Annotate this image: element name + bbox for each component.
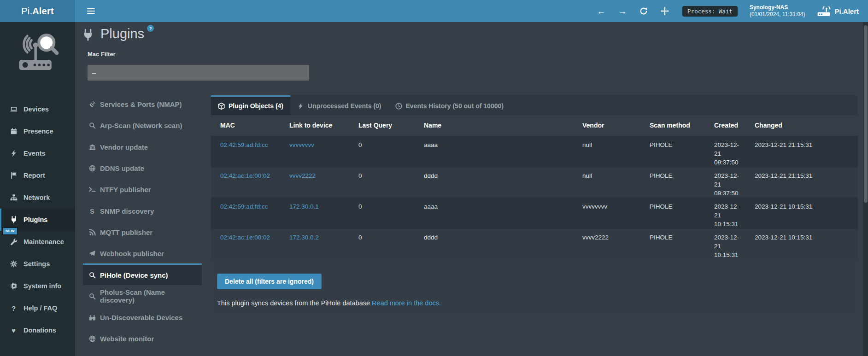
- flag-icon: [10, 172, 18, 179]
- cube-icon: [218, 103, 225, 110]
- sidebar-item-label: Network: [23, 194, 50, 201]
- mac-link[interactable]: 02:42:59:ad:fd:cc: [220, 141, 268, 148]
- sidebar-item-help-faq[interactable]: ? Help / FAQ: [0, 297, 75, 319]
- tab-plugin-objects[interactable]: Plugin Objects (4): [211, 95, 290, 115]
- created-cell: 2023-12-21 10:15:31: [705, 198, 745, 228]
- mac-link[interactable]: 02:42:ac:1e:00:02: [220, 234, 270, 241]
- changed-cell: 2023-12-21 21:15:31: [745, 167, 858, 198]
- help-badge[interactable]: ?: [147, 25, 154, 32]
- plugin-nav-item-nmap[interactable]: Services & Ports (NMAP): [83, 93, 202, 114]
- vendor-cell: null: [573, 136, 640, 167]
- sidebar-item-donations[interactable]: ♥ Donations: [0, 319, 75, 341]
- plugin-nav-label: MQTT publisher: [100, 228, 152, 236]
- delete-all-button[interactable]: Delete all (filters are ignored): [217, 274, 322, 289]
- vendor-cell: vvvv2222: [573, 228, 640, 259]
- plugin-nav-item-mqtt[interactable]: MQTT publisher: [83, 221, 202, 242]
- plugin-nav-item-undiscoverable[interactable]: Un-Discoverable Devices: [83, 306, 202, 327]
- scan-method-cell: PIHOLE: [640, 198, 705, 228]
- column-header-mac: MAC: [211, 115, 280, 136]
- sidebar-item-system-info[interactable]: System info: [0, 275, 75, 297]
- sitemap-icon: [10, 194, 18, 201]
- topbar-brand: Pi.Alert: [817, 6, 859, 17]
- column-header-created: Created: [705, 115, 745, 136]
- plugin-nav-item-arpscan[interactable]: Arp-Scan (Network scan): [83, 114, 202, 135]
- table-header-row: MAC Link to device Last Query Name Vendo…: [211, 115, 858, 136]
- mac-link[interactable]: 02:42:ac:1e:00:02: [220, 172, 270, 179]
- calendar-icon: [10, 128, 18, 135]
- topbar-right: ← → Process: Wait Synology-NAS (01/01/20…: [597, 4, 868, 18]
- device-link[interactable]: 172.30.0.1: [289, 203, 319, 210]
- plugin-nav-label: DDNS update: [100, 164, 144, 172]
- refresh-button[interactable]: [639, 6, 648, 16]
- plugin-nav-label: Services & Ports (NMAP): [100, 100, 182, 108]
- letter-s-icon: S: [88, 207, 96, 215]
- sidebar-item-label: Events: [23, 150, 46, 157]
- pialert-logo-icon: [12, 28, 63, 82]
- nav-forward-button[interactable]: →: [618, 6, 627, 16]
- plugin-panel: Plugin Objects (4) Unprocessed Events (0…: [211, 95, 858, 315]
- column-header-name: Name: [415, 115, 573, 136]
- page-scrollbar[interactable]: [863, 22, 868, 356]
- bank-icon: [88, 143, 96, 151]
- main-content: Plugins ? Mac Filter Services & Ports (N…: [75, 22, 868, 356]
- plugin-nav-item-pihole[interactable]: PiHole (Device sync): [83, 263, 202, 285]
- column-header-vendor: Vendor: [573, 115, 640, 136]
- sidebar-item-network[interactable]: Network: [0, 187, 75, 209]
- plugin-nav-item-snmp[interactable]: S SNMP discovery: [83, 199, 202, 221]
- scrollbar-thumb[interactable]: [864, 25, 868, 203]
- column-header-scan-method: Scan method: [640, 115, 705, 136]
- docs-link[interactable]: Read more in the docs.: [372, 299, 441, 307]
- plugin-nav-item-vendor-update[interactable]: Vendor update: [83, 136, 202, 157]
- device-link-cell: vvvv2222: [280, 167, 349, 198]
- nav-back-button[interactable]: ←: [597, 6, 606, 16]
- plugin-nav-label: Arp-Scan (Network scan): [100, 122, 182, 129]
- device-link[interactable]: vvvvvvvv: [289, 141, 314, 148]
- plugin-nav-item-website-monitor[interactable]: Website monitor: [83, 327, 202, 349]
- mac-filter-input[interactable]: [88, 65, 309, 81]
- plugin-nav-item-ntfy[interactable]: NTFY publisher: [83, 178, 202, 199]
- mac-link[interactable]: 02:42:59:ad:fd:cc: [220, 203, 268, 210]
- sidebar-item-settings[interactable]: Settings: [0, 253, 75, 275]
- plugin-nav-label: SNMP discovery: [100, 207, 154, 215]
- app-logo[interactable]: Pi.Alert: [0, 0, 75, 22]
- mac-filter-label: Mac Filter: [88, 51, 116, 58]
- sidebar-item-report[interactable]: Report: [0, 164, 75, 187]
- page-title-text: Plugins: [100, 26, 144, 41]
- vendor-cell: null: [573, 167, 640, 198]
- sidebar-item-label: Devices: [23, 105, 49, 113]
- plugin-nav-item-pholus[interactable]: Pholus-Scan (Name discovery): [83, 285, 202, 306]
- sidebar-item-label: Donations: [23, 327, 56, 334]
- sidebar-item-presence[interactable]: Presence: [0, 120, 75, 142]
- search-icon: [88, 271, 96, 279]
- process-status-badge: Process: Wait: [682, 6, 738, 17]
- name-cell: aaaa: [415, 136, 573, 167]
- sidebar-toggle-button[interactable]: [82, 0, 100, 22]
- plug-icon: [10, 216, 18, 223]
- bolt-icon: [297, 103, 304, 110]
- sidebar-item-events[interactable]: Events: [0, 142, 75, 164]
- table-row: 02:42:59:ad:fd:cc 172.30.0.1 0 aaaa vvvv…: [211, 198, 858, 228]
- tab-events-history[interactable]: Events History (50 out of 10000): [388, 95, 510, 115]
- changed-cell: 2023-12-21 10:15:31: [745, 198, 858, 228]
- sidebar-item-devices[interactable]: Devices: [0, 98, 75, 120]
- mac-cell: 02:42:ac:1e:00:02: [211, 228, 280, 259]
- sidebar-item-label: Plugins: [23, 216, 47, 223]
- device-link[interactable]: 172.30.0.2: [289, 234, 319, 241]
- tab-unprocessed-events[interactable]: Unprocessed Events (0): [290, 95, 388, 115]
- sidebar-nav: Devices Presence Events Report Network P…: [0, 98, 75, 341]
- column-header-changed: Changed: [745, 115, 858, 136]
- plugin-nav-item-ddns[interactable]: DDNS update: [83, 157, 202, 178]
- host-datetime: (01/01/2024, 11:31:04): [750, 11, 805, 18]
- tab-label: Events History (50 out of 10000): [406, 102, 504, 110]
- plugin-nav-label: Website monitor: [100, 335, 154, 343]
- device-link[interactable]: vvvv2222: [289, 172, 316, 179]
- plugin-nav-item-webhook[interactable]: Webhook publisher: [83, 242, 202, 263]
- globe-icon: [88, 165, 96, 172]
- scan-method-cell: PIHOLE: [640, 136, 705, 167]
- host-name: Synology-NAS: [750, 4, 805, 11]
- move-button[interactable]: [660, 6, 669, 16]
- scan-method-cell: PIHOLE: [640, 167, 705, 198]
- search-icon: [88, 292, 96, 300]
- bolt-icon: [10, 150, 18, 157]
- plugin-nav-label: Pholus-Scan (Name discovery): [100, 288, 196, 304]
